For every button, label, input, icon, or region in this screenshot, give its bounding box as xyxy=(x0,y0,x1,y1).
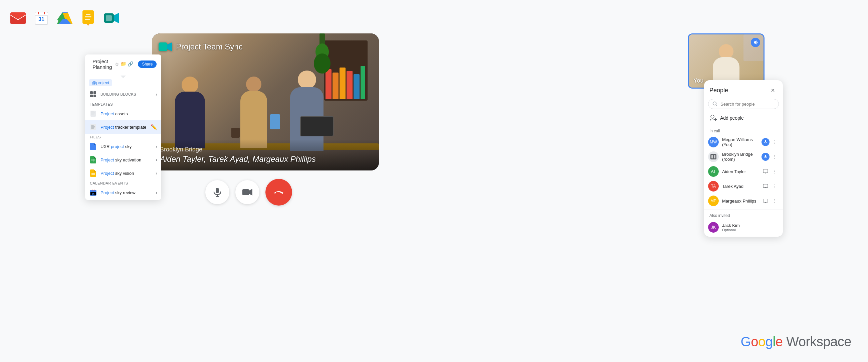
svg-rect-55 xyxy=(90,94,93,97)
keep-icon[interactable] xyxy=(80,9,97,27)
edit-icon[interactable]: ✏️ xyxy=(151,124,157,130)
mic-active-icon xyxy=(762,138,770,146)
more-options-aiden[interactable]: ⋮ xyxy=(771,167,779,175)
participant-actions-tarek: ⋮ xyxy=(762,182,779,190)
more-options-margeaux[interactable]: ⋮ xyxy=(771,197,779,205)
call-title: Project Team Sync xyxy=(176,42,243,52)
share-link-icon[interactable]: 🔗 xyxy=(127,61,133,67)
files-section-label: FILES xyxy=(85,134,161,140)
svg-rect-44 xyxy=(763,184,768,188)
share-button[interactable]: Share xyxy=(138,60,157,68)
svg-marker-29 xyxy=(249,189,252,196)
svg-rect-75 xyxy=(92,190,92,191)
present-icon-aiden[interactable] xyxy=(762,167,770,175)
folder-icon[interactable]: 📁 xyxy=(121,61,126,67)
participant-name-tarek: Tarek Ayad xyxy=(722,184,758,189)
project-activation-item[interactable]: Project sky activation › xyxy=(85,153,161,166)
project-review-item[interactable]: 15 Project sky review › xyxy=(85,186,161,200)
svg-rect-5 xyxy=(38,12,39,15)
docs-title: Project Planning xyxy=(92,58,112,70)
uxr-project-item[interactable]: UXR project sky › xyxy=(85,140,161,153)
svg-rect-64 xyxy=(91,126,95,127)
star-icon[interactable]: ☆ xyxy=(115,61,119,67)
project-tracker-item[interactable]: Project tracker template ✏️ xyxy=(85,120,161,134)
call-controls xyxy=(205,179,292,205)
autocomplete-list: BUILDING BLOCKS › TEMPLATES Project asse… xyxy=(85,88,161,200)
self-speaker-icon xyxy=(751,38,760,47)
search-box[interactable] xyxy=(708,99,779,109)
svg-marker-21 xyxy=(114,13,119,23)
avatar-room xyxy=(708,151,719,162)
microphone-button[interactable] xyxy=(205,180,229,204)
project-assets-item[interactable]: Project assets xyxy=(85,107,161,120)
close-panel-button[interactable]: × xyxy=(768,86,778,95)
participant-actions-aiden: ⋮ xyxy=(762,167,779,175)
svg-rect-73 xyxy=(90,191,96,192)
svg-rect-17 xyxy=(86,14,90,15)
search-input[interactable] xyxy=(720,102,775,107)
calendar-icon[interactable]: 31 xyxy=(33,9,50,27)
in-call-label: In call xyxy=(704,127,783,135)
docs-panel: Project Planning ☆ 📁 🔗 Share @project xyxy=(85,54,161,200)
add-people-row[interactable]: Add people xyxy=(704,112,783,124)
participant-actions-megan: ⋮ xyxy=(762,138,779,146)
svg-rect-39 xyxy=(714,155,715,159)
participant-row: MW Megan Williams (You) ⋮ xyxy=(704,135,783,149)
end-call-button[interactable] xyxy=(266,179,292,205)
uxr-project-text: UXR project sky xyxy=(100,144,131,149)
svg-line-32 xyxy=(716,105,717,106)
svg-rect-18 xyxy=(85,17,91,18)
svg-rect-70 xyxy=(91,173,95,175)
self-video-label: You xyxy=(693,77,704,84)
participant-name-aiden: Aiden Tayler xyxy=(722,169,758,174)
mic-active-icon-room xyxy=(762,153,770,161)
svg-rect-47 xyxy=(763,199,768,202)
project-activation-text: Project sky activation xyxy=(100,158,141,163)
svg-rect-53 xyxy=(90,91,93,94)
svg-rect-6 xyxy=(44,12,45,15)
svg-rect-23 xyxy=(159,43,167,51)
mention-chip: @project xyxy=(89,79,112,86)
svg-rect-41 xyxy=(763,169,768,173)
participants-overlay: Brooklyn Bridge Aiden Tayler, Tarek Ayad… xyxy=(152,139,379,170)
svg-rect-76 xyxy=(94,190,94,191)
avatar-aiden: AT xyxy=(708,166,719,177)
camera-button[interactable] xyxy=(235,180,259,204)
meet-icon[interactable] xyxy=(103,9,120,27)
present-icon-tarek[interactable] xyxy=(762,182,770,190)
participant-name-room: Brooklyn Bridge (room) xyxy=(722,152,758,162)
divider-2 xyxy=(704,210,783,210)
calendar-section-label: CALENDAR EVENTS xyxy=(85,180,161,186)
present-icon-margeaux[interactable] xyxy=(762,197,770,205)
participant-row-margeaux: MP Margeaux Phillips ⋮ xyxy=(704,194,783,208)
svg-rect-22 xyxy=(106,16,112,21)
svg-rect-28 xyxy=(242,189,249,195)
participant-name-margeaux: Margeaux Phillips xyxy=(722,199,758,203)
more-options-room[interactable]: ⋮ xyxy=(771,153,779,161)
review-arrow: › xyxy=(156,190,157,195)
svg-marker-24 xyxy=(167,43,172,51)
panel-title: People xyxy=(709,87,728,94)
more-options-megan[interactable]: ⋮ xyxy=(771,138,779,146)
gmail-icon[interactable] xyxy=(9,9,27,27)
docs-title-bar: Project Planning ☆ 📁 🔗 Share xyxy=(85,54,161,74)
svg-rect-59 xyxy=(91,113,95,113)
slides-file-icon xyxy=(89,169,97,177)
svg-rect-54 xyxy=(93,91,96,94)
svg-rect-56 xyxy=(93,94,96,97)
room-name-label: Brooklyn Bridge xyxy=(160,146,371,153)
google-workspace-branding: Google Workspace xyxy=(741,334,851,349)
svg-rect-40 xyxy=(765,155,766,157)
project-vision-item[interactable]: Project sky vision › xyxy=(85,166,161,180)
participant-row-aiden: AT Aiden Tayler ⋮ xyxy=(704,164,783,179)
building-blocks-item[interactable]: BUILDING BLOCKS › xyxy=(85,88,161,101)
drive-icon[interactable] xyxy=(56,9,73,27)
more-options-tarek[interactable]: ⋮ xyxy=(771,182,779,190)
svg-point-33 xyxy=(711,115,714,118)
project-vision-text: Project sky vision xyxy=(100,171,134,176)
project-review-text: Project sky review xyxy=(100,190,135,195)
add-people-label: Add people xyxy=(720,115,744,121)
svg-rect-37 xyxy=(710,154,716,160)
svg-rect-38 xyxy=(711,155,713,159)
avatar-tarek: TA xyxy=(708,181,719,192)
